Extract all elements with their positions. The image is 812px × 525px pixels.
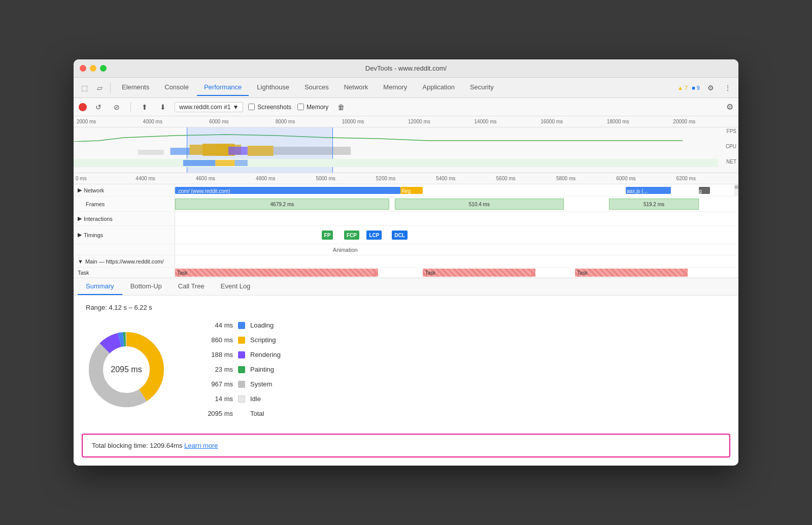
ruler-14000: 14000 ms [473,119,540,124]
d-0ms: 0 ms [76,176,136,181]
animation-track: Animation [74,244,738,255]
summary-panel: Range: 4.12 s – 6.22 s [74,296,738,425]
record-button[interactable] [79,103,87,111]
tab-bottom-up[interactable]: Bottom-Up [122,278,170,295]
bottom-tabs: Summary Bottom-Up Call Tree Event Log [74,278,738,296]
legend-system: 967 ms System [197,380,281,388]
stop-icon[interactable]: ⊘ [110,101,123,114]
range-text: Range: 4.12 s – 6.22 s [86,304,726,311]
network-label[interactable]: ▶ Network [74,184,175,196]
loading-ms: 44 ms [197,321,233,329]
idle-label: Idle [250,395,261,403]
error-count: ■ 9 [692,85,700,91]
screenshots-check[interactable] [248,104,255,110]
ruler-10000: 10000 ms [341,119,407,124]
ruler-12000: 12000 ms [407,119,473,124]
task-arrow-1 [374,270,378,277]
tab-performance[interactable]: Performance [197,79,249,96]
warning-count: ▲ 7 [678,85,688,91]
tab-security[interactable]: Security [463,79,501,96]
fps-label: FPS [727,128,736,134]
d-5400ms: 5400 ms [436,176,496,181]
svg-rect-11 [183,160,216,166]
network-bar-reg: Reg [400,187,423,194]
device-icon[interactable]: ▱ [93,81,106,94]
network-expand-icon: ▶ [78,187,82,193]
refresh-icon[interactable]: ↺ [92,101,105,114]
ruler-20000: 20000 ms [672,119,738,124]
painting-label: Painting [250,366,274,373]
screenshots-label: Screenshots [257,104,291,111]
svg-rect-10 [74,159,718,167]
d-5800ms: 5800 ms [556,176,616,181]
fcp-badge: FCP [344,231,359,240]
network-bar-aax-text: aax.js (… [626,188,648,194]
download-icon[interactable]: ⬇ [156,101,170,114]
main-label[interactable]: ▼ Main — https://www.reddit.com/ [74,255,175,267]
network-bar-reg-text: Reg [400,188,411,194]
more-icon[interactable]: ⋮ [721,81,734,94]
timings-track: ▶ Timings FP FCP LCP DCL [74,226,738,244]
tab-lighthouse[interactable]: Lighthouse [250,79,296,96]
record-settings-icon[interactable]: ⚙ [726,102,733,112]
scrollbar-thumb[interactable] [734,185,738,189]
cpu-row [74,143,718,157]
info-text: Total blocking time: 1209.64ms Learn mor… [92,442,218,449]
maximize-button[interactable] [100,65,107,72]
task-block-2: Task [423,269,535,277]
loading-color [238,322,245,329]
timeline-ruler: 2000 ms 4000 ms 6000 ms 8000 ms 10000 ms… [74,116,738,127]
network-bar-g-text: g [699,188,702,194]
titlebar: DevTools - www.reddit.com/ [74,59,738,78]
upload-icon[interactable]: ⬆ [138,101,151,114]
legend-rendering: 188 ms Rendering [197,351,281,358]
animation-label [74,244,175,255]
total-label: Total [250,410,264,417]
scripting-label: Scripting [250,336,276,344]
frame-2: 510.4 ms [395,199,564,210]
dropdown-arrow: ▼ [232,104,239,111]
fp-badge: FP [322,231,333,240]
ruler-labels: 2000 ms 4000 ms 6000 ms 8000 ms 10000 ms… [76,119,738,124]
tab-sources[interactable]: Sources [297,79,336,96]
tab-event-log[interactable]: Event Log [213,278,259,295]
total-ms: 2095 ms [197,410,233,417]
d-6200ms: 6200 ms [676,176,736,181]
tab-application[interactable]: Application [415,79,462,96]
trash-icon[interactable]: 🗑 [334,101,348,114]
separator [110,83,111,93]
network-bar-1: .com/ (www.reddit.com) [175,187,400,194]
legend: 44 ms Loading 860 ms Scripting 188 ms Re… [197,321,281,417]
timings-text: Timings [84,232,103,238]
checkbox-group: Screenshots Memory 🗑 [248,101,348,114]
close-button[interactable] [80,65,86,72]
net-label: NET [726,159,736,165]
timings-label[interactable]: ▶ Timings [74,226,175,244]
task-track: Task Task Task Task [74,268,738,278]
url-selector[interactable]: www.reddit.com #1 ▼ [175,102,243,112]
fps-row [74,127,718,142]
minimize-button[interactable] [90,65,96,72]
cursor-icon[interactable]: ⬚ [78,81,91,94]
tab-network[interactable]: Network [337,79,376,96]
interactions-label[interactable]: ▶ Interactions [74,212,175,225]
learn-more-link[interactable]: Learn more [184,442,218,449]
memory-check[interactable] [297,104,304,110]
toolbar-right: ▲ 7 ■ 9 ⚙ ⋮ [678,81,734,94]
url-text: www.reddit.com #1 [179,104,230,111]
overview[interactable]: FPS CPU NET [74,127,738,173]
tab-console[interactable]: Console [157,79,196,96]
settings-icon[interactable]: ⚙ [704,81,717,94]
scrollbar[interactable] [734,184,738,196]
tab-call-tree[interactable]: Call Tree [170,278,213,295]
timings-content: FP FCP LCP DCL [175,226,738,244]
tab-elements[interactable]: Elements [115,79,156,96]
main-text: Main — https://www.reddit.com/ [85,258,164,265]
memory-checkbox[interactable]: Memory [297,104,328,111]
screenshots-checkbox[interactable]: Screenshots [248,104,291,111]
tab-memory[interactable]: Memory [376,79,414,96]
network-text: Network [84,187,104,193]
task-label: Task [74,268,175,277]
tab-summary[interactable]: Summary [78,278,122,295]
svg-rect-13 [235,160,248,166]
